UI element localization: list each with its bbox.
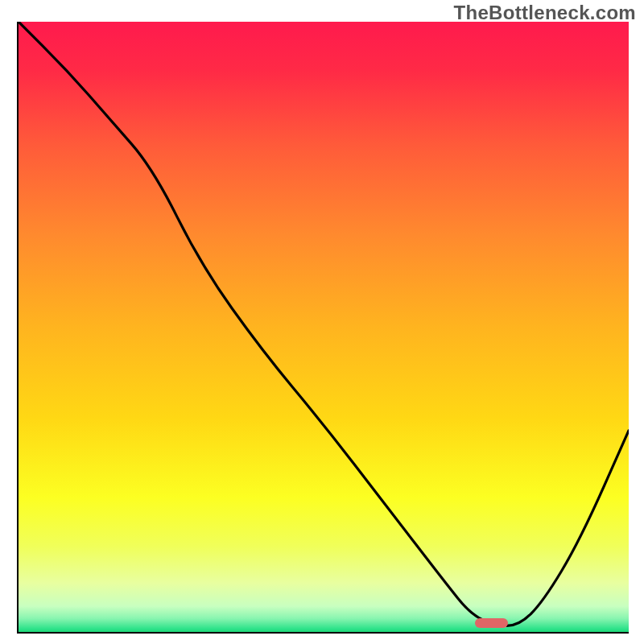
plot-area	[17, 22, 629, 634]
curve-layer	[19, 22, 629, 632]
optimal-marker	[475, 618, 509, 628]
chart-container: TheBottleneck.com	[0, 0, 644, 644]
bottleneck-curve	[19, 22, 629, 625]
watermark-text: TheBottleneck.com	[454, 2, 636, 24]
